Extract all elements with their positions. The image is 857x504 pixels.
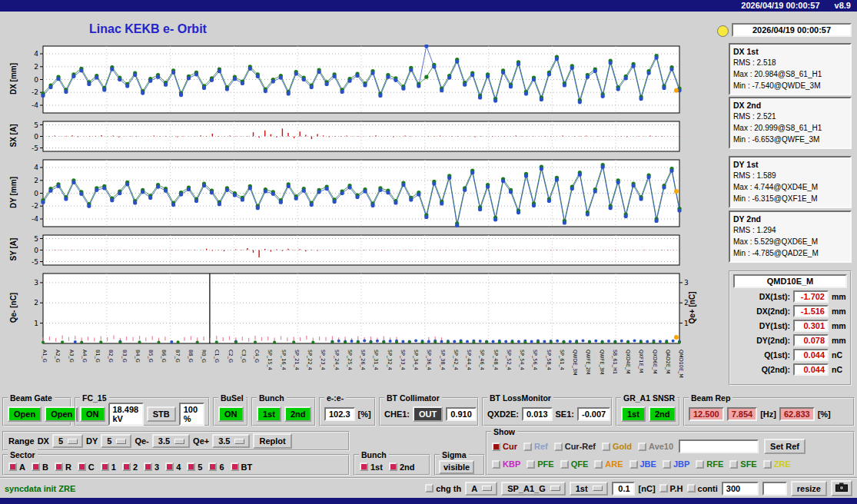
bpm-select[interactable]: SP_A1_G: [501, 482, 566, 496]
svg-text:1: 1: [34, 320, 38, 327]
sector-checkbox-2[interactable]: 2: [122, 463, 138, 472]
set-ref-button[interactable]: Set Ref: [764, 439, 806, 454]
svg-text:QWFE_2M: QWFE_2M: [585, 350, 591, 374]
stat-dy-2nd: DY 2nd RMS : 1.294 Max : 5.529@QXD6E_M M…: [729, 211, 852, 263]
svg-text:B3_G: B3_G: [121, 350, 128, 363]
show-checkbox-ave10[interactable]: Ave10: [638, 442, 673, 451]
interval-input[interactable]: 300: [722, 482, 759, 496]
show-checkbox-gold[interactable]: Gold: [602, 442, 632, 451]
sector-checkbox-5[interactable]: 5: [187, 463, 202, 472]
svg-text:QXD4E_M: QXD4E_M: [625, 350, 631, 374]
range-qe-minus-select[interactable]: 3.5: [152, 434, 190, 448]
range-dx-select[interactable]: 5: [52, 434, 83, 448]
conti-checkbox[interactable]: conti: [687, 484, 718, 493]
svg-text:QWDE_3M: QWDE_3M: [572, 350, 578, 376]
show-checkbox-rfe[interactable]: RFE: [696, 459, 723, 469]
bottom-bar: [0, 498, 857, 504]
bunch-checkbox-2nd[interactable]: 2nd: [389, 463, 415, 472]
checkbox-box: [32, 463, 40, 471]
range-qe-plus-select[interactable]: 3.5: [212, 434, 250, 448]
show-checkbox-ref[interactable]: Ref: [523, 442, 548, 451]
sector-checkbox-3[interactable]: 3: [144, 463, 159, 472]
beam-gate-open-2-button[interactable]: Open: [45, 406, 78, 422]
fc15-stb-button[interactable]: STB: [147, 406, 176, 422]
svg-text:SP_48_4: SP_48_4: [493, 350, 499, 370]
bunch-1st-button[interactable]: 1st: [257, 406, 281, 422]
busel-on-button[interactable]: ON: [218, 406, 244, 422]
sigma-visible-button[interactable]: visible: [439, 460, 474, 474]
svg-text:QXD6E_M: QXD6E_M: [652, 350, 658, 374]
dy-chart: 420-2-4: [23, 158, 699, 229]
show-checkbox-qfe[interactable]: QFE: [560, 459, 589, 469]
sector-checkbox-bt[interactable]: BT: [231, 463, 253, 472]
checkbox-label: chg th: [436, 484, 461, 493]
checkbox-label: 4: [176, 463, 181, 472]
qmd-row-label: DX(1st):: [759, 292, 790, 301]
show-checkbox-sfe[interactable]: SFE: [729, 459, 756, 469]
sector-checkbox-6[interactable]: 6: [208, 463, 224, 472]
che1-out-button[interactable]: OUT: [413, 406, 443, 422]
svg-text:SP_21_4: SP_21_4: [294, 350, 300, 370]
svg-text:QXF1E_M: QXF1E_M: [638, 350, 644, 373]
camera-button[interactable]: [831, 480, 852, 496]
sigma-group: Sigma visible: [434, 454, 485, 476]
beam-rep-value-2: 7.854: [727, 407, 758, 421]
stat-rms: RMS : 2.518: [733, 57, 847, 68]
gr-snsr-1st-button[interactable]: 1st: [621, 406, 646, 422]
sector-checkbox-a[interactable]: A: [8, 463, 25, 472]
beam-gate-open-1-button[interactable]: Open: [8, 406, 42, 422]
sector-checkbox-c[interactable]: C: [78, 463, 95, 472]
checkbox-box: [560, 460, 569, 469]
checkbox-label: conti: [698, 484, 718, 493]
show-checkbox-jbe[interactable]: JBE: [629, 459, 656, 469]
show-checkbox-cur-ref[interactable]: Cur-Ref: [554, 442, 596, 451]
svg-text:0: 0: [34, 247, 38, 254]
svg-text:-2: -2: [32, 88, 38, 96]
range-dx-label: DX: [38, 436, 49, 446]
sector-checkbox-b[interactable]: B: [32, 463, 48, 472]
bunch-checkbox-1st[interactable]: 1st: [360, 463, 383, 472]
checkbox-box: [187, 463, 195, 471]
svg-text:SP_52_4: SP_52_4: [506, 350, 512, 370]
sector-checkbox-4[interactable]: 4: [165, 463, 181, 472]
sigma-label: Sigma: [440, 449, 469, 460]
replot-button[interactable]: Replot: [253, 433, 291, 449]
bunch-2nd-button[interactable]: 2nd: [284, 406, 312, 422]
svg-text:C4_G: C4_G: [254, 350, 260, 363]
range-qe-plus-value: 3.5: [218, 436, 230, 446]
sector-checkbox-r[interactable]: R: [55, 463, 71, 472]
bunch-select-group: Bunch 1st2nd: [354, 454, 430, 476]
fc15-on-button[interactable]: ON: [80, 406, 105, 422]
checkbox-label: ARE: [605, 459, 623, 469]
show-row-1: CurRefCur-RefGoldAve10: [492, 442, 673, 451]
checkbox-label: 5: [198, 463, 202, 472]
threshold-input[interactable]: 0.1: [612, 482, 635, 496]
show-checkbox-kbp[interactable]: KBP: [492, 459, 520, 469]
checkbox-label: Cur-Ref: [565, 442, 596, 451]
sy-chart: 50-5: [23, 234, 699, 267]
show-checkbox-cur[interactable]: Cur: [492, 442, 517, 451]
sector-checkbox-1[interactable]: 1: [101, 463, 116, 472]
qmd-row: DX(1st):-1.702mm: [733, 290, 847, 303]
qmd-title: QMD10E_M: [733, 274, 847, 288]
aux-input[interactable]: [762, 482, 787, 496]
sector-select[interactable]: A: [465, 482, 497, 496]
resize-button[interactable]: resize: [791, 481, 827, 496]
ref-input[interactable]: [679, 439, 759, 453]
checkbox-label: R: [65, 463, 71, 472]
ph-checkbox[interactable]: P.H: [659, 484, 683, 493]
checkbox-box: [231, 463, 239, 471]
checkbox-box: [763, 460, 772, 469]
range-dy-select[interactable]: 5: [101, 434, 131, 448]
show-checkbox-are[interactable]: ARE: [594, 459, 623, 469]
gr-snsr-2nd-button[interactable]: 2nd: [649, 406, 676, 422]
show-checkbox-jbp[interactable]: JBP: [663, 459, 689, 469]
qmd-row-value: -1.516: [793, 305, 829, 317]
checkbox-label: 3: [154, 463, 159, 472]
show-checkbox-zre[interactable]: ZRE: [763, 459, 791, 469]
svg-text:0: 0: [34, 190, 38, 197]
show-checkbox-pfe[interactable]: PFE: [526, 459, 553, 469]
bunch-select[interactable]: 1st: [570, 482, 608, 496]
bunch-label: Bunch: [257, 393, 287, 403]
chg-th-checkbox[interactable]: chg th: [425, 484, 461, 493]
